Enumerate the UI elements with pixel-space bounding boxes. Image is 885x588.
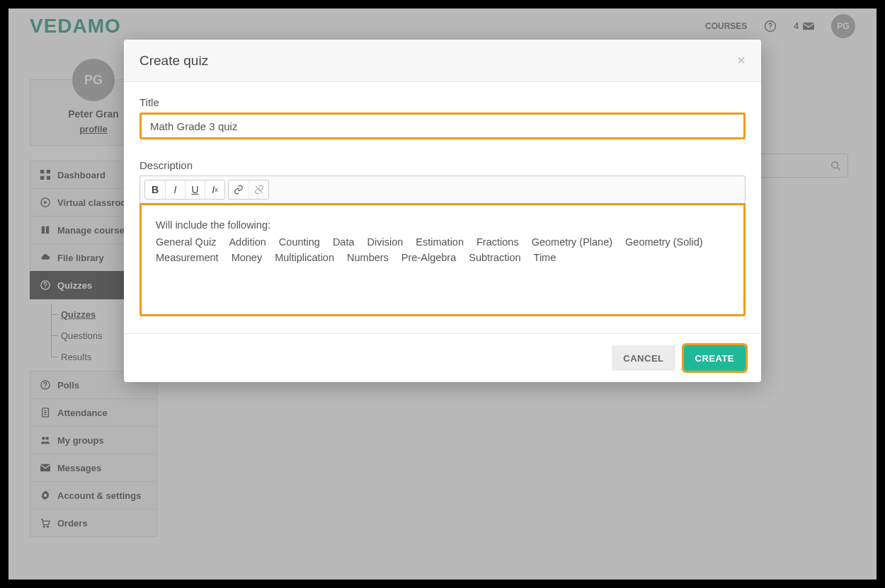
description-editor[interactable]: Will include the following: General Quiz… <box>139 203 746 316</box>
topic-item: Money <box>232 250 263 266</box>
topic-item: Pre-Algebra <box>401 250 456 266</box>
topic-item: Division <box>367 235 404 250</box>
topic-item: Geometry (Solid) <box>625 235 703 250</box>
clear-format-button[interactable]: Ix <box>205 180 224 199</box>
topic-item: Multiplication <box>275 250 334 266</box>
create-button[interactable]: CREATE <box>684 345 746 371</box>
description-label: Description <box>139 159 746 171</box>
topic-item: Data <box>333 235 355 250</box>
description-topics: General QuizAdditionCountingDataDivision… <box>156 235 729 266</box>
topic-item: Estimation <box>416 235 464 250</box>
cancel-button[interactable]: CANCEL <box>612 345 675 371</box>
create-quiz-modal: Create quiz × Title Description B I U Ix <box>124 40 761 382</box>
bold-button[interactable]: B <box>145 180 165 199</box>
topic-item: Geometry (Plane) <box>532 235 612 250</box>
modal-title: Create quiz <box>139 53 208 69</box>
link-icon <box>234 185 244 195</box>
title-label: Title <box>139 96 746 108</box>
underline-button[interactable]: U <box>185 180 205 199</box>
close-icon[interactable]: × <box>737 52 746 69</box>
topic-item: Measurement <box>156 250 219 266</box>
italic-button[interactable]: I <box>165 180 185 199</box>
editor-toolbar: B I U Ix <box>139 175 746 203</box>
link-button[interactable] <box>229 180 249 199</box>
unlink-icon <box>254 185 264 195</box>
topic-item: Fractions <box>476 235 519 250</box>
unlink-button[interactable] <box>249 180 268 199</box>
topic-item: Numbers <box>347 250 389 266</box>
quiz-title-input[interactable] <box>139 113 746 139</box>
description-intro: Will include the following: <box>156 218 729 234</box>
topic-item: Subtraction <box>469 250 520 266</box>
topic-item: Time <box>534 250 556 266</box>
topic-item: Addition <box>229 235 266 250</box>
topic-item: General Quiz <box>156 235 216 250</box>
topic-item: Counting <box>279 235 320 250</box>
